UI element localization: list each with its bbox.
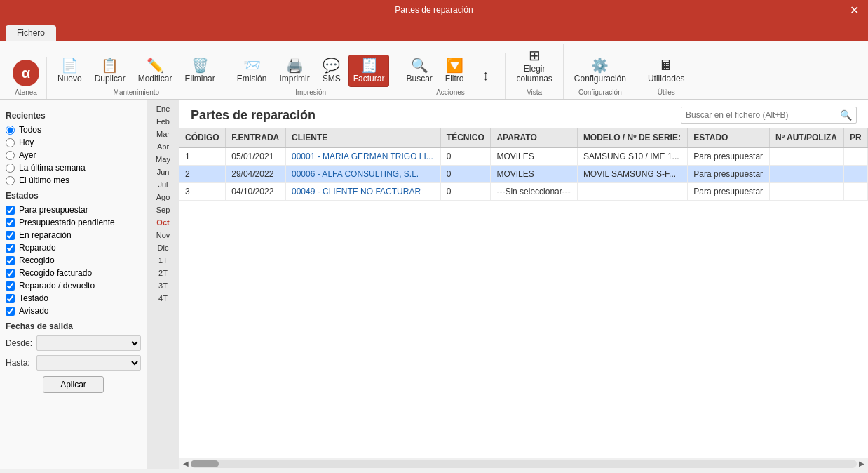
utilidades-button[interactable]: 🖩 Utilidades <box>643 55 690 87</box>
emision-icon: 📨 <box>243 58 261 72</box>
cell-fentrada: 04/10/2022 <box>226 183 286 201</box>
desde-select[interactable] <box>36 335 141 351</box>
month-item-jul[interactable]: Jul <box>147 178 179 191</box>
cell-cliente: 00049 - CLIENTE NO FACTURAR <box>286 183 441 201</box>
month-item-1t[interactable]: 1T <box>147 254 179 267</box>
tab-fichero[interactable]: Fichero <box>6 25 56 41</box>
content-area: Partes de reparación 🔍 CÓDIGOF.ENTRADACL… <box>179 100 868 469</box>
scroll-left-arrow[interactable]: ◀ <box>181 460 191 467</box>
atenea-logo-button[interactable]: α <box>13 60 39 86</box>
estado-en-reparacion[interactable]: En reparación <box>6 230 141 240</box>
cell-estado: Para presupuestar <box>688 166 770 183</box>
buscar-button[interactable]: 🔍 Buscar <box>401 55 437 87</box>
cell-codigo: 1 <box>179 147 226 166</box>
content-header: Partes de reparación 🔍 <box>179 100 868 128</box>
col-header-naut: Nº AUT/POLIZA <box>770 128 844 147</box>
eliminar-button[interactable]: 🗑️ Eliminar <box>179 55 219 87</box>
cell-naut <box>770 147 844 166</box>
facturar-button[interactable]: 🧾 Facturar <box>348 55 390 87</box>
cell-tecnico: 0 <box>440 166 491 183</box>
emision-button[interactable]: 📨 Emisión <box>232 55 272 87</box>
recientes-title: Recientes <box>6 111 141 121</box>
scroll-right-arrow[interactable]: ▶ <box>857 460 867 467</box>
estado-presupuestado-pendiente[interactable]: Presupuestado pendiente <box>6 218 141 227</box>
month-item-ene[interactable]: Ene <box>147 102 179 115</box>
table-row[interactable]: 229/04/202200006 - ALFA CONSULTING, S.L.… <box>179 166 868 183</box>
estado-testado[interactable]: Testado <box>6 293 141 303</box>
elegir-columnas-button[interactable]: ⊞ Elegir columnas <box>511 45 557 87</box>
estado-recogido-facturado[interactable]: Recogido facturado <box>6 268 141 278</box>
configuracion-button[interactable]: ⚙️ Configuración <box>569 55 631 87</box>
data-table: CÓDIGOF.ENTRADACLIENTETÉCNICOAPARATOMODE… <box>179 128 868 201</box>
col-header-modelo: MODELO / Nº DE SERIE: <box>577 128 687 147</box>
cell-modelo: SAMSUNG S10 / IME 1... <box>577 147 687 166</box>
cell-codigo: 3 <box>179 183 226 201</box>
estado-avisado[interactable]: Avisado <box>6 306 141 316</box>
col-header-fentrada: F.ENTRADA <box>226 128 286 147</box>
table-container: CÓDIGOF.ENTRADACLIENTETÉCNICOAPARATOMODE… <box>179 128 868 458</box>
month-item-nov[interactable]: Nov <box>147 229 179 241</box>
estado-para-presupuestar[interactable]: Para presupuestar <box>6 205 141 215</box>
sidebar-radio-ultimo-mes[interactable]: El último mes <box>6 175 141 185</box>
facturar-icon: 🧾 <box>360 58 378 72</box>
cell-tecnico: 0 <box>440 147 491 166</box>
ribbon-group-utiles: 🖩 Utilidades Útiles <box>637 53 696 99</box>
tab-bar: Fichero <box>0 20 868 41</box>
month-item-abr[interactable]: Abr <box>147 140 179 153</box>
sidebar-radio-hoy[interactable]: Hoy <box>6 138 141 147</box>
month-item-4t[interactable]: 4T <box>147 292 179 305</box>
imprimir-icon: 🖨️ <box>286 58 304 72</box>
month-item-ago[interactable]: Ago <box>147 191 179 204</box>
sort-icon: ↕️ <box>482 68 489 82</box>
nuevo-button[interactable]: 📄 Nuevo <box>53 55 87 87</box>
vista-label: Vista <box>527 88 542 98</box>
month-item-2t[interactable]: 2T <box>147 267 179 279</box>
content-title: Partes de reparación <box>191 108 316 123</box>
search-box: 🔍 <box>681 107 857 124</box>
cell-naut <box>770 166 844 183</box>
estado-recogido[interactable]: Recogido <box>6 255 141 265</box>
month-item-3t[interactable]: 3T <box>147 279 179 292</box>
sidebar-radio-ayer[interactable]: Ayer <box>6 150 141 160</box>
sidebar-radio-ultima-semana[interactable]: La última semana <box>6 163 141 173</box>
duplicar-button[interactable]: 📋 Duplicar <box>90 55 130 87</box>
month-item-jun[interactable]: Jun <box>147 166 179 178</box>
cell-codigo: 2 <box>179 166 226 183</box>
month-item-sep[interactable]: Sep <box>147 204 179 216</box>
col-header-cliente: CLIENTE <box>286 128 441 147</box>
table-row[interactable]: 304/10/202200049 - CLIENTE NO FACTURAR0-… <box>179 183 868 201</box>
cell-aparato: MOVILES <box>491 166 577 183</box>
modificar-button[interactable]: ✏️ Modificar <box>133 55 177 87</box>
filtro-icon: 🔽 <box>446 58 463 72</box>
bottom-scrollbar: ◀ ▶ <box>179 458 868 469</box>
imprimir-button[interactable]: 🖨️ Imprimir <box>274 55 314 87</box>
duplicar-icon: 📋 <box>101 58 118 72</box>
sms-button[interactable]: 💬 SMS <box>318 55 346 87</box>
cell-naut <box>770 183 844 201</box>
month-item-dic[interactable]: Dic <box>147 241 179 254</box>
search-input[interactable] <box>686 110 840 120</box>
ribbon: α Atenea 📄 Nuevo 📋 Duplicar ✏️ Modificar <box>0 41 868 100</box>
col-header-estado: ESTADO <box>688 128 770 147</box>
impresion-label: Impresión <box>295 88 326 98</box>
cell-pr <box>843 166 867 183</box>
cell-pr <box>843 183 867 201</box>
estado-reparado[interactable]: Reparado <box>6 243 141 253</box>
month-item-oct[interactable]: Oct <box>147 216 179 229</box>
close-button[interactable]: ✕ <box>840 0 868 20</box>
month-item-feb[interactable]: Feb <box>147 115 179 128</box>
filtro-button[interactable]: 🔽 Filtro <box>440 55 469 87</box>
hasta-select[interactable] <box>36 355 141 371</box>
table-row[interactable]: 105/01/202100001 - MARIA GERMAN TRIGO LI… <box>179 147 868 166</box>
month-nav: EneFebMarAbrMayJunJulAgoSepOctNovDic1T2T… <box>147 100 179 469</box>
sidebar: Recientes Todos Hoy Ayer La última seman… <box>0 100 147 469</box>
cell-estado: Para presupuestar <box>688 183 770 201</box>
month-item-mar[interactable]: Mar <box>147 128 179 140</box>
estado-reparado-devuelto[interactable]: Reparado / devuelto <box>6 281 141 291</box>
sidebar-radio-todos[interactable]: Todos <box>6 125 141 135</box>
col-header-tecnico: TÉCNICO <box>440 128 491 147</box>
aplicar-button[interactable]: Aplicar <box>43 376 104 393</box>
month-item-may[interactable]: May <box>147 153 179 166</box>
search-icon[interactable]: 🔍 <box>840 109 852 121</box>
sort-button[interactable]: ↕️ <box>471 65 499 87</box>
